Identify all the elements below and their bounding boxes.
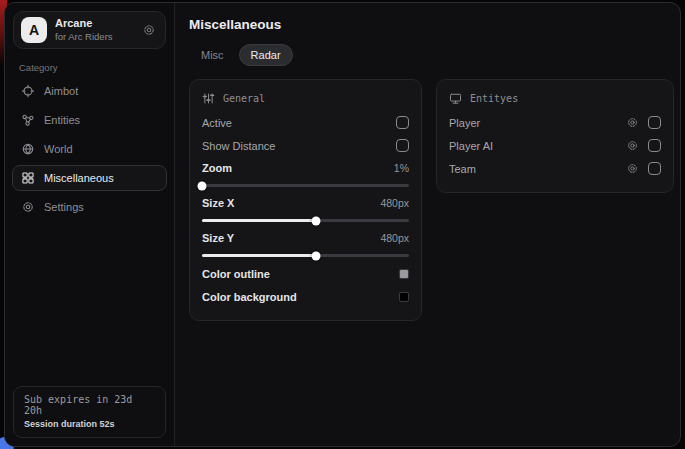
sidebar-item-label: World <box>44 143 73 155</box>
session-duration: Session duration 52s <box>24 419 155 429</box>
gear-icon[interactable] <box>626 139 639 152</box>
row-color-outline: Color outline <box>202 262 409 285</box>
color-swatch-color-outline[interactable] <box>399 269 409 279</box>
row-show-distance: Show Distance <box>202 134 409 157</box>
gear-icon <box>21 200 35 214</box>
card-entityes: EntityesPlayerPlayer AITeam <box>436 79 674 193</box>
sidebar-item-label: Settings <box>44 201 84 213</box>
row-player-ai: Player AI <box>449 134 661 157</box>
row-active: Active <box>202 111 409 134</box>
gear-icon[interactable] <box>626 162 639 175</box>
sidebar: A Arcane for Arc Riders Category AimbotE… <box>5 3 175 446</box>
row-label: Color background <box>202 291 297 303</box>
main-panel: Miscellaneous MiscRadar GeneralActiveSho… <box>175 3 681 446</box>
row-player: Player <box>449 111 661 134</box>
slider-label: Size Y <box>202 232 234 244</box>
row-label: Color outline <box>202 268 270 280</box>
sidebar-item-miscellaneous[interactable]: Miscellaneous <box>12 165 167 191</box>
slider-fill <box>202 254 316 257</box>
row-label: Team <box>449 163 476 175</box>
card-general: GeneralActiveShow DistanceZoom1%Size X48… <box>189 79 422 321</box>
page-title: Miscellaneous <box>189 17 674 32</box>
slider-size-y: Size Y480px <box>202 227 409 262</box>
sidebar-nav: AimbotEntitiesWorldMiscellaneousSettings <box>5 78 174 220</box>
category-label: Category <box>19 62 160 73</box>
slider-head: Zoom1% <box>202 159 409 177</box>
subscription-expiry: Sub expires in 23d 20h <box>24 394 155 416</box>
brand-logo: A <box>21 17 47 43</box>
crosshair-icon <box>21 84 35 98</box>
brand-name: Arcane <box>55 17 113 31</box>
checkbox-team[interactable] <box>648 162 661 175</box>
card-title: Entityes <box>470 93 518 104</box>
row-label: Player AI <box>449 140 493 152</box>
tab-radar[interactable]: Radar <box>239 44 293 66</box>
tab-bar: MiscRadar <box>189 44 674 66</box>
row-label: Show Distance <box>202 140 275 152</box>
cards-container: GeneralActiveShow DistanceZoom1%Size X48… <box>189 79 674 321</box>
row-team: Team <box>449 157 661 180</box>
row-controls <box>626 116 661 129</box>
sidebar-item-world[interactable]: World <box>12 136 167 162</box>
tab-misc[interactable]: Misc <box>189 44 236 66</box>
sidebar-item-settings[interactable]: Settings <box>12 194 167 220</box>
nodes-icon <box>21 113 35 127</box>
slider-value: 1% <box>394 162 409 174</box>
color-swatch-color-background[interactable] <box>399 292 409 302</box>
sliders-icon <box>202 92 215 105</box>
gear-icon <box>626 116 639 129</box>
brand-subtitle: for Arc Riders <box>55 31 113 43</box>
slider-value: 480px <box>380 232 409 244</box>
slider-track-size-x[interactable] <box>202 219 409 222</box>
slider-track-zoom[interactable] <box>202 184 409 187</box>
sidebar-item-label: Aimbot <box>44 85 78 97</box>
globe-icon <box>21 142 35 156</box>
checkbox-active[interactable] <box>396 116 409 129</box>
slider-size-x: Size X480px <box>202 192 409 227</box>
row-label: Active <box>202 117 232 129</box>
gear-icon[interactable] <box>142 23 156 37</box>
gear-icon <box>626 162 639 175</box>
slider-track-size-y[interactable] <box>202 254 409 257</box>
checkbox-show-distance[interactable] <box>396 139 409 152</box>
slider-head: Size Y480px <box>202 229 409 247</box>
slider-head: Size X480px <box>202 194 409 212</box>
sidebar-item-aimbot[interactable]: Aimbot <box>12 78 167 104</box>
checkbox-player[interactable] <box>648 116 661 129</box>
slider-thumb[interactable] <box>311 216 320 225</box>
gear-icon[interactable] <box>626 116 639 129</box>
slider-thumb[interactable] <box>311 251 320 260</box>
card-header: Entityes <box>449 92 661 105</box>
brand-text: Arcane for Arc Riders <box>55 17 113 43</box>
card-header: General <box>202 92 409 105</box>
sidebar-item-entities[interactable]: Entities <box>12 107 167 133</box>
row-color-background: Color background <box>202 285 409 308</box>
monitor-icon <box>449 92 462 105</box>
sidebar-item-label: Entities <box>44 114 80 126</box>
brand-card: A Arcane for Arc Riders <box>13 11 166 49</box>
slider-label: Size X <box>202 197 234 209</box>
gear-icon[interactable] <box>142 23 156 37</box>
sidebar-item-label: Miscellaneous <box>44 172 114 184</box>
slider-zoom: Zoom1% <box>202 157 409 192</box>
row-controls <box>626 162 661 175</box>
row-controls <box>626 139 661 152</box>
slider-thumb[interactable] <box>198 181 207 190</box>
row-label: Player <box>449 117 480 129</box>
slider-value: 480px <box>380 197 409 209</box>
gear-icon <box>626 139 639 152</box>
arcane-menu-window: A Arcane for Arc Riders Category AimbotE… <box>4 2 681 447</box>
slider-label: Zoom <box>202 162 232 174</box>
grid-icon <box>21 171 35 185</box>
subscription-card: Sub expires in 23d 20h Session duration … <box>13 386 166 438</box>
checkbox-player-ai[interactable] <box>648 139 661 152</box>
slider-fill <box>202 219 316 222</box>
card-title: General <box>223 93 265 104</box>
